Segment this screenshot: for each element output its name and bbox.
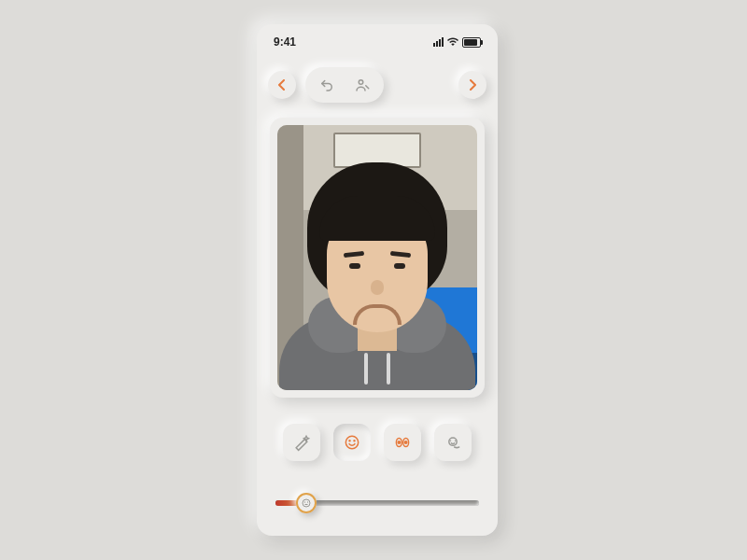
tool-smile[interactable] — [333, 424, 371, 461]
tool-magic[interactable] — [283, 424, 320, 461]
svg-point-3 — [354, 441, 355, 441]
svg-point-2 — [349, 441, 350, 441]
play-button[interactable] — [458, 71, 486, 99]
phone-frame: 9:41 — [257, 24, 498, 536]
wifi-icon — [447, 36, 458, 48]
svg-point-1 — [345, 436, 358, 448]
svg-point-11 — [307, 502, 308, 503]
status-bar: 9:41 — [257, 34, 498, 50]
person-zoom-button[interactable] — [345, 67, 380, 103]
slider-track[interactable] — [275, 500, 479, 506]
tool-row — [257, 414, 498, 470]
svg-point-0 — [359, 80, 363, 85]
photo-card — [270, 118, 485, 398]
svg-point-7 — [404, 441, 406, 443]
tool-face-scan[interactable] — [434, 424, 472, 461]
expression-slider[interactable] — [275, 489, 479, 517]
status-indicators — [433, 36, 481, 48]
svg-point-10 — [304, 502, 305, 503]
battery-icon — [462, 37, 481, 48]
back-button[interactable] — [268, 71, 296, 99]
photo-preview[interactable] — [277, 125, 477, 390]
cellular-icon — [433, 37, 444, 47]
status-time: 9:41 — [274, 35, 296, 49]
tool-eyes[interactable] — [384, 424, 421, 461]
top-nav — [257, 62, 498, 108]
svg-point-9 — [303, 499, 310, 507]
nav-pill — [305, 67, 384, 103]
slider-thumb[interactable] — [296, 493, 317, 513]
svg-point-6 — [398, 441, 400, 443]
undo-button[interactable] — [309, 67, 345, 103]
